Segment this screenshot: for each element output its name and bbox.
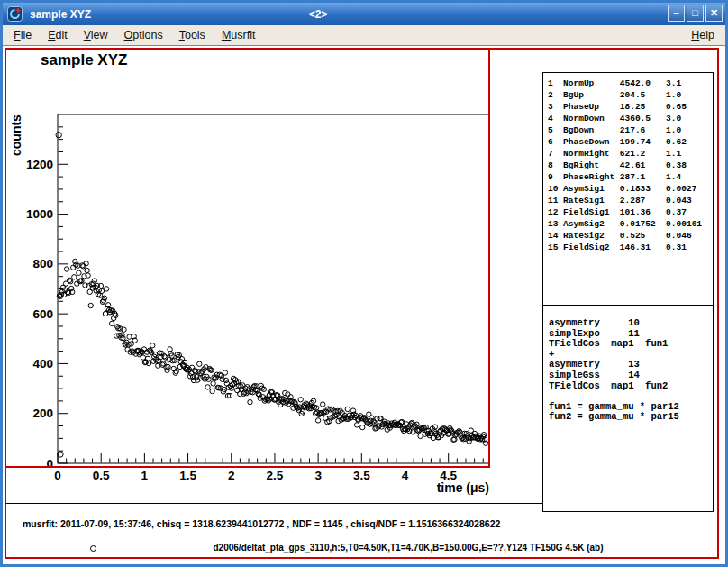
y-tick-label: 600: [32, 307, 53, 321]
data-point: [156, 363, 160, 368]
data-point: [418, 434, 423, 438]
data-point: [354, 423, 359, 427]
outlier-data-point: [56, 133, 61, 138]
data-point: [174, 369, 178, 373]
data-point: [85, 268, 89, 272]
data-point: [64, 267, 68, 271]
menu-view[interactable]: View: [78, 27, 114, 43]
y-tick-label: 400: [32, 357, 53, 370]
window-controls: –□✕: [666, 5, 723, 22]
window-title-center: <2>: [287, 8, 350, 21]
outlier-data-point: [58, 452, 63, 457]
x-tick-label: 0: [54, 469, 61, 482]
data-point: [110, 321, 114, 325]
menu-options[interactable]: Options: [119, 27, 168, 43]
menu-edit[interactable]: Edit: [42, 27, 73, 43]
data-point: [345, 407, 350, 411]
data-point: [150, 343, 155, 348]
data-point: [211, 381, 215, 386]
y-tick-label: 1000: [26, 207, 53, 221]
data-point: [360, 425, 365, 429]
data-point: [210, 389, 214, 393]
parameter-table: 1 NormUp 4542.0 3.1 2 BgUp 204.5 1.0 3 P…: [543, 73, 713, 253]
y-tick-label: 1200: [26, 158, 53, 171]
y-tick-label: 0: [46, 457, 53, 471]
info-pad-divider: [5, 503, 543, 504]
menu-tools[interactable]: Tools: [174, 27, 211, 43]
root-canvas[interactable]: sample XYZ 02004006008001000120000.511.5…: [3, 46, 725, 567]
data-point: [165, 368, 169, 372]
fit-status-text: musrfit: 2011-07-09, 15:37:46, chisq = 1…: [23, 518, 500, 529]
menu-items: FileEditViewOptionsToolsMusrfit: [3, 27, 260, 43]
data-point: [223, 370, 227, 375]
menu-file[interactable]: File: [8, 27, 37, 43]
x-tick-label: 2.5: [267, 469, 284, 482]
menu-musrfit[interactable]: Musrfit: [216, 27, 261, 43]
x-axis-title: time (μs): [437, 480, 489, 495]
y-tick-label: 800: [32, 257, 53, 270]
data-point: [88, 303, 93, 307]
x-tick-label: 3: [314, 469, 322, 482]
data-point: [315, 418, 320, 423]
y-tick-label: 200: [32, 407, 53, 420]
close-button[interactable]: ✕: [705, 5, 723, 22]
data-series: [56, 133, 488, 458]
window-title: sample XYZ: [30, 8, 91, 21]
theory-pad[interactable]: asymmetry 10 simplExpo 11 TFieldCos map1…: [542, 305, 714, 512]
x-tick-label: 4: [402, 469, 409, 482]
data-point: [248, 399, 252, 404]
menu-bar: FileEditViewOptionsToolsMusrfit Help: [3, 25, 725, 46]
data-point: [141, 355, 145, 360]
x-tick-label: 0.5: [93, 469, 110, 482]
parameter-pad[interactable]: 1 NormUp 4542.0 3.1 2 BgUp 204.5 1.0 3 P…: [542, 72, 714, 306]
data-point: [321, 402, 325, 407]
app-window: sample XYZ <2> –□✕ FileEditViewOptionsTo…: [0, 0, 728, 567]
y-axis-title: counts: [9, 114, 23, 156]
data-point: [127, 334, 132, 339]
app-icon[interactable]: [7, 6, 23, 22]
x-tick-label: 1: [141, 469, 149, 482]
x-tick-label: 1.5: [179, 469, 196, 482]
plot-frame[interactable]: [58, 114, 489, 463]
data-point: [298, 398, 303, 402]
data-point: [72, 275, 77, 279]
theory-description: asymmetry 10 simplExpo 11 TFieldCos map1…: [543, 306, 713, 423]
data-point: [197, 361, 202, 366]
data-point: [104, 287, 108, 291]
data-point: [205, 385, 210, 389]
x-tick-label: 2: [228, 469, 235, 482]
legend-run-label: d2006/deltat_pta_gps_3110,h:5,T0=4.50K,T…: [93, 543, 723, 553]
x-tick-label: 3.5: [353, 469, 370, 482]
minimize-button[interactable]: –: [668, 5, 685, 22]
menu-help[interactable]: Help: [687, 27, 718, 43]
title-bar[interactable]: sample XYZ <2> –□✕: [3, 3, 725, 25]
maximize-button[interactable]: □: [687, 5, 704, 22]
data-point: [77, 270, 81, 275]
